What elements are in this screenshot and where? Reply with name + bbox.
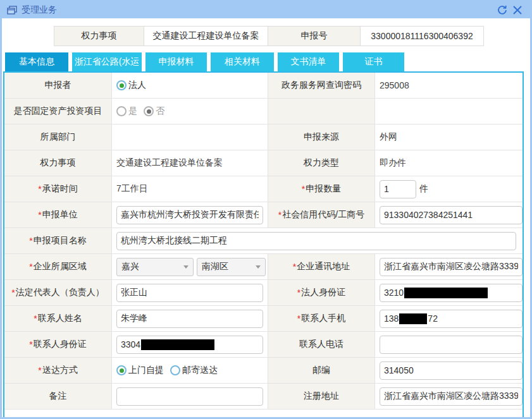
contact-name-label: *联系人姓名 xyxy=(4,306,112,331)
radio-yes-label: 是 xyxy=(128,106,137,117)
row-promise-time: *承诺时间 7工作日 *申报数量 件 xyxy=(4,176,523,202)
header-strip: 权力事项 交通建设工程建设单位备案 申报号 330000181116300406… xyxy=(54,26,530,46)
source-value: 外网 xyxy=(375,124,523,150)
delivery-value: 上门自提 邮寄送达 xyxy=(112,358,268,383)
required-marker: * xyxy=(302,184,305,194)
empty-label-cell xyxy=(268,99,375,124)
required-marker: * xyxy=(38,210,41,220)
quantity-label: *申报数量 xyxy=(268,176,375,202)
district-select[interactable]: 南湖区 xyxy=(197,258,266,276)
legal-rep-input[interactable] xyxy=(116,284,263,302)
reg-address-input[interactable] xyxy=(380,387,523,406)
comm-address-label: *企业通讯地址 xyxy=(268,254,375,279)
tab-zhejiang-highway[interactable]: 浙江省公路(水运 xyxy=(72,52,142,71)
quantity-input[interactable] xyxy=(380,180,416,198)
power-type-label: 权力类型 xyxy=(268,150,375,176)
tab-bar: 基本信息 浙江省公路(水运 申报材料 相关材料 文书清单 证书 xyxy=(5,52,530,71)
declare-unit-value xyxy=(112,202,268,228)
remark-input[interactable] xyxy=(116,387,263,406)
redaction-box xyxy=(141,339,214,350)
required-marker: * xyxy=(297,288,300,298)
tab-document-list[interactable]: 文书清单 xyxy=(278,52,339,71)
contact-phone-input[interactable] xyxy=(380,336,523,354)
remark-label: 备注 xyxy=(4,384,112,409)
header-power-item-label: 权力事项 xyxy=(54,26,144,46)
row-region: *企业所属区域 嘉兴 南湖区 *企业通讯地址 xyxy=(4,254,523,280)
radio-no[interactable] xyxy=(144,106,154,116)
comm-address-value xyxy=(375,254,523,279)
required-marker: * xyxy=(38,184,41,194)
credit-code-input[interactable] xyxy=(380,206,523,224)
required-marker: * xyxy=(34,313,37,324)
region-label: *企业所属区域 xyxy=(4,254,112,279)
required-marker: * xyxy=(297,313,300,324)
row-legal-rep: *法定代表人（负责人） *法人身份证 3210 xyxy=(4,280,523,306)
accept-business-window: 受理业务 权力事项 交通建设工程建设单位备案 申报号 3300001811163… xyxy=(0,0,532,419)
row-remark: 备注 注册地址 xyxy=(4,384,523,410)
required-marker: * xyxy=(29,262,32,272)
window-title: 受理业务 xyxy=(22,4,57,16)
tab-declare-materials[interactable]: 申报材料 xyxy=(145,52,207,71)
title-bar: 受理业务 xyxy=(2,2,530,18)
chevron-down-icon xyxy=(256,265,261,269)
zipcode-value xyxy=(375,358,523,383)
legal-id-input[interactable]: 3210 xyxy=(380,284,523,302)
department-label: 所属部门 xyxy=(4,124,112,150)
tab-certificate[interactable]: 证书 xyxy=(343,52,404,71)
declarant-value: 法人 xyxy=(112,73,268,98)
radio-no-label: 否 xyxy=(156,106,164,117)
contact-mobile-label: *联系人手机 xyxy=(268,306,375,331)
radio-legal-person-label: 法人 xyxy=(128,80,146,91)
project-name-label: *申报项目名称 xyxy=(4,228,112,253)
header-power-item-value: 交通建设工程建设单位备案 xyxy=(144,26,268,46)
radio-self-pickup[interactable] xyxy=(116,365,127,375)
tab-related-materials[interactable]: 相关材料 xyxy=(211,52,274,71)
row-power-item: 权力事项 交通建设工程建设单位备案 权力类型 即办件 xyxy=(4,150,523,176)
project-name-input[interactable] xyxy=(116,232,516,250)
contact-mobile-input[interactable]: 138 72 xyxy=(380,310,523,328)
comm-address-input[interactable] xyxy=(380,258,523,276)
fixed-asset-label: 是否固定资产投资项目 xyxy=(4,99,112,124)
credit-code-value xyxy=(375,202,523,228)
row-declarant: 申报者 法人 政务服务网查询密码 295008 xyxy=(4,73,523,99)
zipcode-input[interactable] xyxy=(380,361,523,380)
contact-name-value xyxy=(112,306,268,331)
gov-password-label: 政务服务网查询密码 xyxy=(268,73,375,98)
reg-address-label: 注册地址 xyxy=(268,384,375,409)
required-marker: * xyxy=(293,262,296,272)
required-marker: * xyxy=(38,365,41,375)
required-marker: * xyxy=(11,288,15,298)
quantity-value: 件 xyxy=(375,176,523,202)
declare-unit-input[interactable] xyxy=(116,206,263,224)
contact-phone-label: 联系人电话 xyxy=(268,332,375,357)
region-value: 嘉兴 南湖区 xyxy=(112,254,268,279)
chevron-down-icon xyxy=(183,265,189,269)
power-item-label: 权力事项 xyxy=(4,150,112,176)
contact-id-input[interactable]: 3304 xyxy=(116,336,263,354)
radio-self-pickup-label: 上门自提 xyxy=(128,365,164,376)
refresh-icon[interactable] xyxy=(495,3,510,17)
radio-legal-person[interactable] xyxy=(116,80,127,90)
radio-mail-delivery[interactable] xyxy=(170,365,180,375)
tab-basic-info[interactable]: 基本信息 xyxy=(5,52,68,71)
project-name-value xyxy=(112,228,523,253)
legal-id-value: 3210 xyxy=(375,280,523,305)
source-label: 申报来源 xyxy=(268,124,375,150)
legal-rep-value xyxy=(112,280,268,305)
remark-value xyxy=(112,384,268,409)
city-select[interactable]: 嘉兴 xyxy=(116,258,194,276)
contact-mobile-value: 138 72 xyxy=(375,306,523,331)
row-contact-id: *联系人身份证 3304 联系人电话 xyxy=(4,332,523,358)
contact-name-input[interactable] xyxy=(116,310,263,328)
power-type-value: 即办件 xyxy=(375,150,523,176)
close-icon[interactable] xyxy=(510,3,525,17)
promise-time-label: *承诺时间 xyxy=(4,176,112,202)
row-fixed-asset: 是否固定资产投资项目 是 否 xyxy=(4,99,523,124)
radio-mail-delivery-label: 邮寄送达 xyxy=(182,365,218,376)
delivery-label: *送达方式 xyxy=(4,358,112,383)
legal-id-label: *法人身份证 xyxy=(268,280,375,305)
radio-yes[interactable] xyxy=(116,106,127,116)
row-contact-name: *联系人姓名 *联系人手机 138 72 xyxy=(4,306,523,332)
row-department: 所属部门 申报来源 外网 xyxy=(4,124,523,150)
gov-password-value: 295008 xyxy=(375,73,523,98)
